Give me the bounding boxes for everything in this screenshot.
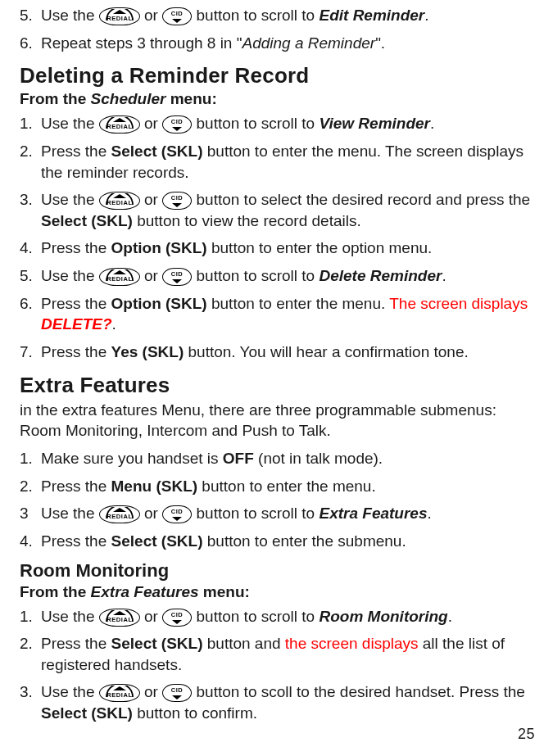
svg-marker-19 <box>172 517 182 521</box>
step-body: Repeat steps 3 through 8 in "Adding a Re… <box>41 33 533 54</box>
text-run: or <box>140 683 162 700</box>
text-run: . <box>112 315 116 333</box>
text-run: Use the <box>41 683 99 700</box>
text-run: or <box>140 115 162 132</box>
svg-marker-15 <box>172 279 182 283</box>
svg-text:REDIAL: REDIAL <box>107 616 133 623</box>
text-run: Edit Reminder <box>319 7 424 24</box>
svg-text:REDIAL: REDIAL <box>107 123 133 130</box>
svg-marker-20 <box>113 611 126 615</box>
list-item: 3.Use the REDIAL or CID button to select… <box>20 189 533 231</box>
text-run: . <box>427 505 431 522</box>
text-run: button to scoll to the desired handset. … <box>192 683 525 700</box>
cid-button-icon: CID <box>162 268 192 286</box>
edit-reminder-steps: 5.Use the REDIAL or CID button to scroll… <box>20 5 533 53</box>
step-body: Press the Menu (SKL) button to enter the… <box>41 476 533 497</box>
svg-marker-27 <box>172 695 182 699</box>
extra-features-intro: in the extra features Menu, there are th… <box>20 400 533 441</box>
text-run: Option (SKL) <box>111 239 207 256</box>
text-run: button to scroll to <box>192 505 319 522</box>
list-item: 2.Press the Select (SKL) button to enter… <box>20 141 533 183</box>
list-item: 5.Use the REDIAL or CID button to scroll… <box>20 5 533 26</box>
list-item: 6.Press the Option (SKL) button to enter… <box>20 293 533 335</box>
step-body: Use the REDIAL or CID button to scroll t… <box>41 265 533 287</box>
svg-marker-11 <box>172 203 182 207</box>
cid-button-icon: CID <box>162 609 192 627</box>
text-run: Extra Features <box>319 505 427 522</box>
text-run: DELETE? <box>41 315 112 333</box>
text-run: Select (SKL) <box>111 532 203 550</box>
text-run: Yes (SKL) <box>111 343 184 360</box>
step-body: Press the Select (SKL) button to enter t… <box>41 141 533 183</box>
text-run: Room Monitoring <box>319 608 447 625</box>
list-item: 3.Use the REDIAL or CID button to scoll … <box>20 681 533 723</box>
list-item: 2.Press the Select (SKL) button and the … <box>20 633 533 675</box>
step-number: 6. <box>20 293 41 315</box>
step-number: 6. <box>20 33 41 54</box>
redial-button-icon: REDIAL <box>99 268 140 286</box>
text-run: or <box>140 608 162 625</box>
list-item: 4.Press the Select (SKL) button to enter… <box>20 531 533 552</box>
svg-text:CID: CID <box>171 611 184 618</box>
heading-deleting-reminder: Deleting a Reminder Record <box>20 63 533 88</box>
svg-text:REDIAL: REDIAL <box>107 691 133 699</box>
redial-button-icon: REDIAL <box>99 192 140 210</box>
list-item: 7.Press the Yes (SKL) button. You will h… <box>20 342 533 363</box>
text-run: button to scroll to <box>192 267 319 284</box>
text-run: Press the <box>41 239 111 256</box>
menu-line-em: Extra Features <box>91 583 199 600</box>
menu-line-em: Scheduler <box>91 90 166 107</box>
text-run: (not in talk mode). <box>254 450 383 467</box>
menu-line-prefix: From the <box>20 90 91 107</box>
list-item: 3Use the REDIAL or CID button to scroll … <box>20 503 533 524</box>
redial-button-icon: REDIAL <box>99 7 140 25</box>
svg-text:REDIAL: REDIAL <box>107 199 133 206</box>
text-run: button to scroll to <box>192 7 319 24</box>
cid-button-icon: CID <box>162 7 192 25</box>
step-number: 1. <box>20 113 41 134</box>
svg-marker-4 <box>113 118 126 122</box>
text-run: Select (SKL) <box>111 143 203 160</box>
text-run: . <box>424 7 428 24</box>
step-body: Use the REDIAL or CID button to select t… <box>41 189 533 231</box>
text-run: Use the <box>41 115 99 132</box>
svg-marker-23 <box>172 620 182 624</box>
redial-button-icon: REDIAL <box>99 609 140 627</box>
svg-marker-12 <box>113 270 126 274</box>
step-body: Use the REDIAL or CID button to scoll to… <box>41 681 533 723</box>
svg-text:CID: CID <box>171 10 184 17</box>
manual-page: 5.Use the REDIAL or CID button to scroll… <box>0 5 553 756</box>
cid-button-icon: CID <box>162 115 192 134</box>
text-run: button to select the desired record and … <box>192 191 530 208</box>
text-run: Press the <box>41 635 111 652</box>
svg-marker-7 <box>172 127 182 131</box>
text-run: button to confirm. <box>133 704 257 722</box>
text-run: Press the <box>41 143 111 160</box>
step-body: Press the Select (SKL) button and the sc… <box>41 633 533 675</box>
text-run: button to view the record details. <box>133 212 361 229</box>
page-number: 25 <box>518 726 535 743</box>
step-body: Use the REDIAL or CID button to scroll t… <box>41 5 533 26</box>
step-number: 3. <box>20 189 41 211</box>
step-body: Press the Option (SKL) button to enter t… <box>41 293 533 335</box>
extra-features-steps: 1.Make sure you handset is OFF (not in t… <box>20 448 533 552</box>
text-run: Use the <box>41 267 99 284</box>
list-item: 5.Use the REDIAL or CID button to scroll… <box>20 265 533 287</box>
svg-marker-8 <box>113 194 126 198</box>
svg-text:CID: CID <box>171 686 184 694</box>
cid-button-icon: CID <box>162 684 192 702</box>
svg-marker-3 <box>172 19 182 23</box>
text-run: Select (SKL) <box>41 704 133 722</box>
text-run: button to scroll to <box>192 115 319 132</box>
text-run: . <box>442 267 446 284</box>
svg-text:REDIAL: REDIAL <box>107 513 133 520</box>
svg-text:REDIAL: REDIAL <box>107 275 133 283</box>
list-item: 2.Press the Menu (SKL) button to enter t… <box>20 476 533 497</box>
svg-marker-24 <box>113 686 126 690</box>
step-number: 1. <box>20 448 41 469</box>
step-body: Press the Option (SKL) button to enter t… <box>41 238 533 259</box>
extra-features-menu-line: From the Extra Features menu: <box>20 583 533 601</box>
text-run: Option (SKL) <box>111 295 207 312</box>
text-run: Use the <box>41 191 99 208</box>
list-item: 1.Use the REDIAL or CID button to scroll… <box>20 606 533 627</box>
